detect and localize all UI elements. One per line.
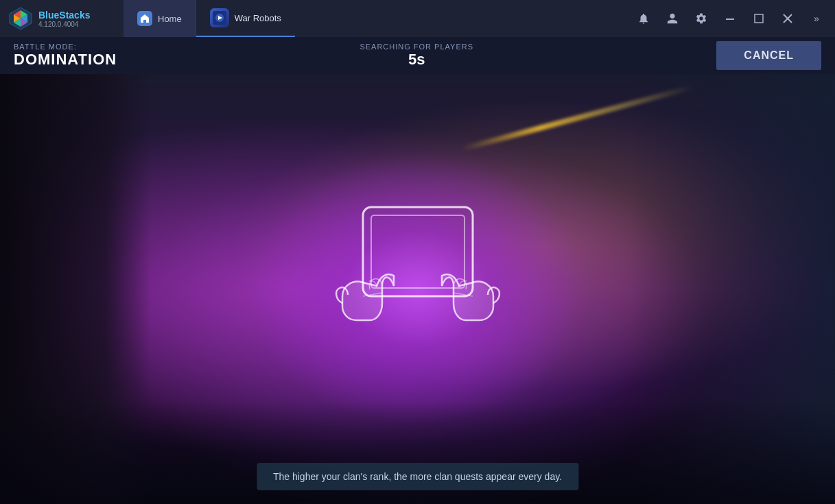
cancel-button[interactable]: CANCEL: [716, 41, 821, 70]
title-bar: BlueStacks 4.120.0.4004 Home War Robots: [0, 0, 835, 37]
tab-home[interactable]: Home: [124, 0, 196, 37]
svg-rect-11: [755, 14, 763, 23]
bluestacks-logo: BlueStacks 4.120.0.4004: [0, 6, 124, 31]
title-bar-right: »: [631, 5, 835, 32]
hint-text: The higher your clan's rank, the more cl…: [273, 471, 562, 482]
tab-game[interactable]: War Robots: [196, 0, 295, 37]
game-thumbnail: [210, 8, 229, 27]
tab-game-label: War Robots: [235, 13, 281, 23]
user-button[interactable]: [659, 5, 685, 32]
notification-button[interactable]: [631, 5, 657, 32]
bluestacks-logo-icon: [8, 6, 33, 31]
logo-name: BlueStacks: [38, 10, 90, 21]
logo-text: BlueStacks 4.120.0.4004: [38, 10, 90, 28]
hint-bar: The higher your clan's rank, the more cl…: [257, 463, 578, 490]
battle-mode-info: BATTLE MODE: DOMINATION: [14, 43, 117, 69]
home-icon: [137, 11, 152, 26]
more-button[interactable]: »: [803, 5, 830, 32]
search-label: SEARCHING FOR PLAYERS: [360, 43, 473, 51]
battle-mode-value: DOMINATION: [14, 51, 117, 69]
minimize-button[interactable]: [717, 5, 743, 32]
matchmaking-icon: [322, 187, 514, 392]
tab-home-label: Home: [158, 14, 182, 24]
maximize-button[interactable]: [746, 5, 772, 32]
settings-button[interactable]: [688, 5, 714, 32]
search-timer: 5s: [408, 51, 425, 69]
game-bar: BATTLE MODE: DOMINATION SEARCHING FOR PL…: [0, 37, 835, 74]
close-button[interactable]: [775, 5, 801, 32]
svg-rect-10: [726, 19, 734, 20]
logo-version: 4.120.0.4004: [38, 21, 90, 28]
search-info: SEARCHING FOR PLAYERS 5s: [117, 43, 716, 69]
game-area: The higher your clan's rank, the more cl…: [0, 74, 835, 504]
more-icon: »: [814, 13, 819, 24]
battle-mode-label: BATTLE MODE:: [14, 43, 117, 51]
